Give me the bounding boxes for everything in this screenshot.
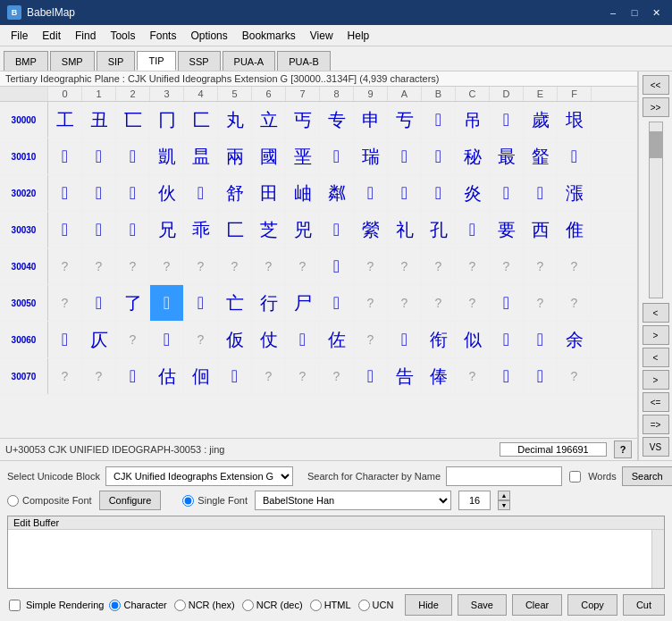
tab-smp[interactable]: SMP xyxy=(50,51,95,71)
cell-30070-3[interactable]: 估 xyxy=(150,358,184,394)
cell-30000-3[interactable]: 冂 xyxy=(150,102,184,138)
cell-30060-9[interactable]: ? xyxy=(354,322,388,357)
cell-30070-8[interactable]: ? xyxy=(320,358,354,394)
cell-30070-4[interactable]: 佪 xyxy=(184,358,218,394)
cell-30030-D[interactable]: 要 xyxy=(490,212,524,248)
cell-30050-B[interactable]: ? xyxy=(422,285,456,321)
unicode-block-select[interactable]: CJK Unified Ideographs Extension G xyxy=(105,466,293,486)
cell-30040-6[interactable]: ? xyxy=(252,248,286,284)
cell-30050-D[interactable]: 𰂝 xyxy=(490,285,524,321)
words-checkbox[interactable] xyxy=(569,471,581,483)
cell-30010-1[interactable]: 𰁁 xyxy=(82,138,116,174)
cell-30060-4[interactable]: ? xyxy=(184,322,218,357)
cell-30030-7[interactable]: 兕 xyxy=(286,212,320,248)
menu-bookmarks[interactable]: Bookmarks xyxy=(235,28,303,44)
minimize-button[interactable]: – xyxy=(604,4,622,21)
cell-30060-D[interactable]: 𰂯 xyxy=(490,322,524,357)
cell-30040-7[interactable]: ? xyxy=(286,248,320,284)
cell-30020-F[interactable]: 漲 xyxy=(558,175,592,211)
cell-30040-4[interactable]: ? xyxy=(184,248,218,284)
cell-30010-E[interactable]: 韰 xyxy=(524,138,558,174)
cut-button[interactable]: Cut xyxy=(623,594,665,616)
cell-30000-D[interactable]: 𰀳 xyxy=(490,102,524,138)
cell-30030-0[interactable]: 𰁡 xyxy=(48,212,82,248)
menu-tools[interactable]: Tools xyxy=(103,28,142,44)
tab-sip[interactable]: SIP xyxy=(97,51,136,71)
cell-30020-A[interactable]: 𰁜 xyxy=(388,175,422,211)
cell-30070-2[interactable]: 𰃂 xyxy=(116,358,150,394)
cell-30030-3[interactable]: 兄 xyxy=(150,212,184,248)
cell-30060-3[interactable]: 𰂣 xyxy=(150,322,184,357)
cell-30070-F[interactable]: ? xyxy=(558,358,592,394)
cell-30010-7[interactable]: 垩 xyxy=(286,138,320,174)
cell-30040-2[interactable]: ? xyxy=(116,248,150,284)
nav-backward[interactable]: <= xyxy=(643,392,669,412)
cell-30000-A[interactable]: 亐 xyxy=(388,102,422,138)
cell-30000-B[interactable]: 𰀫 xyxy=(422,102,456,138)
cell-30070-C[interactable]: ? xyxy=(456,358,490,394)
cell-30030-9[interactable]: 縈 xyxy=(354,212,388,248)
cell-30060-6[interactable]: 仗 xyxy=(252,322,286,357)
composite-font-radio[interactable] xyxy=(7,495,19,507)
cell-30000-0[interactable]: 工 xyxy=(48,102,82,138)
copy-button[interactable]: Copy xyxy=(567,594,617,616)
nav-next-page[interactable]: > xyxy=(643,325,669,345)
cell-30060-0[interactable]: 𰂡 xyxy=(48,322,82,357)
save-button[interactable]: Save xyxy=(458,594,507,616)
single-font-radio[interactable] xyxy=(182,495,194,507)
menu-fonts[interactable]: Fonts xyxy=(142,28,183,44)
cell-30020-E[interactable]: 𰁠 xyxy=(524,175,558,211)
tab-ssp[interactable]: SSP xyxy=(178,51,221,71)
cell-30010-B[interactable]: 𰁌 xyxy=(422,138,456,174)
cell-30030-B[interactable]: 孔 xyxy=(422,212,456,248)
cell-30040-1[interactable]: ? xyxy=(82,248,116,284)
cell-30070-6[interactable]: ? xyxy=(252,358,286,394)
cell-30050-4[interactable]: 𰂕 xyxy=(184,285,218,321)
cell-30070-0[interactable]: ? xyxy=(48,358,82,394)
cell-30020-7[interactable]: 岫 xyxy=(286,175,320,211)
cell-30030-5[interactable]: 匚 xyxy=(218,212,252,248)
cell-30010-3[interactable]: 凱 xyxy=(150,138,184,174)
cell-30020-B[interactable]: 𰁝 xyxy=(422,175,456,211)
cell-30070-D[interactable]: 𰃋 xyxy=(490,358,524,394)
simple-rendering-checkbox[interactable] xyxy=(9,600,21,611)
cell-30050-1[interactable]: 𰂒 xyxy=(82,285,116,321)
cell-30060-C[interactable]: 似 xyxy=(456,322,490,357)
search-button[interactable]: Search xyxy=(622,466,672,486)
cell-30070-9[interactable]: 𰃈 xyxy=(354,358,388,394)
cell-30060-F[interactable]: 余 xyxy=(558,322,592,357)
cell-30000-7[interactable]: 丐 xyxy=(286,102,320,138)
cell-30030-8[interactable]: 𰁩 xyxy=(320,212,354,248)
cell-30040-5[interactable]: ? xyxy=(218,248,252,284)
font-size-up[interactable]: ▲ xyxy=(498,491,510,500)
cell-30020-C[interactable]: 炎 xyxy=(456,175,490,211)
tab-pua-a[interactable]: PUA-A xyxy=(223,51,276,71)
cell-30040-F[interactable]: ? xyxy=(558,248,592,284)
hide-button[interactable]: Hide xyxy=(405,594,452,616)
cell-30040-D[interactable]: ? xyxy=(490,248,524,284)
cell-30040-A[interactable]: ? xyxy=(388,248,422,284)
tab-bmp[interactable]: BMP xyxy=(4,51,48,71)
cell-30020-0[interactable]: 𰁒 xyxy=(48,175,82,211)
menu-view[interactable]: View xyxy=(303,28,340,44)
edit-buffer-scrollbar[interactable] xyxy=(651,530,664,588)
help-button[interactable]: ? xyxy=(614,441,632,458)
cell-30050-E[interactable]: ? xyxy=(524,285,558,321)
cell-30020-D[interactable]: 𰁟 xyxy=(490,175,524,211)
cell-30020-9[interactable]: 𰁛 xyxy=(354,175,388,211)
cell-30070-7[interactable]: ? xyxy=(286,358,320,394)
menu-edit[interactable]: Edit xyxy=(35,28,68,44)
cell-30040-9[interactable]: ? xyxy=(354,248,388,284)
cell-30070-1[interactable]: ? xyxy=(82,358,116,394)
nav-last[interactable]: >> xyxy=(643,97,669,117)
nav-forward[interactable]: => xyxy=(643,415,669,434)
cell-30050-8[interactable]: 𰂙 xyxy=(320,285,354,321)
cell-30030-A[interactable]: 礼 xyxy=(388,212,422,248)
cell-30010-0[interactable]: 𰁀 xyxy=(48,138,82,174)
nav-next-row[interactable]: > xyxy=(643,370,669,390)
cell-30030-2[interactable]: 𰁣 xyxy=(116,212,150,248)
cell-30060-B[interactable]: 衔 xyxy=(422,322,456,357)
cell-30000-5[interactable]: 丸 xyxy=(218,102,252,138)
cell-30020-4[interactable]: 𰁖 xyxy=(184,175,218,211)
cell-30030-4[interactable]: 乖 xyxy=(184,212,218,248)
